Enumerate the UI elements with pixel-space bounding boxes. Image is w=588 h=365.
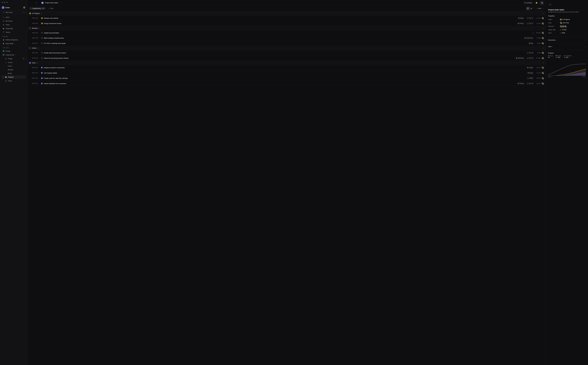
status-icon[interactable] — [41, 83, 43, 84]
project-title[interactable]: Project Solar Sailer — [45, 2, 58, 4]
add-link-button[interactable]: + — [585, 46, 586, 47]
more-icon[interactable]: ⋯ — [29, 22, 31, 24]
links-section[interactable]: Links▸+ — [548, 46, 586, 47]
more-icon[interactable]: ⋯ — [29, 83, 31, 84]
nav-views-team[interactable]: ≣Views — [1, 79, 26, 82]
status-icon[interactable] — [41, 23, 43, 24]
target-date[interactable]: ▢Oct 19 — [526, 57, 534, 59]
assignee-avatar[interactable] — [542, 72, 544, 74]
status-icon[interactable] — [41, 72, 43, 74]
nav-views[interactable]: ≣Views — [1, 23, 26, 26]
more-icon[interactable]: ⋯ — [29, 57, 31, 59]
issue-label[interactable]: Design — [526, 66, 534, 69]
nav-board[interactable]: Board — [1, 72, 26, 75]
assignee-avatar[interactable] — [542, 57, 544, 59]
search-button[interactable]: ⌕ — [22, 10, 26, 14]
priority-icon[interactable]: △ — [532, 32, 534, 34]
issue-row[interactable]: ⋯ENG-028Update documentation△30 Sep — [27, 30, 546, 35]
assignee-avatar[interactable] — [542, 17, 544, 19]
team-design[interactable]: 👤Design — [1, 49, 26, 53]
issue-label[interactable]: Bug — [528, 42, 534, 44]
target-date[interactable]: ▢Oct 12 — [526, 17, 534, 19]
prop-status[interactable]: StatusIn Progress — [548, 18, 586, 21]
status-icon[interactable] — [41, 57, 43, 59]
assignee-avatar[interactable] — [542, 37, 544, 39]
status-icon[interactable] — [41, 52, 43, 54]
add-issue-button[interactable]: + — [543, 47, 544, 49]
issue-label[interactable]: Design — [517, 22, 525, 25]
toggle-panel-button[interactable]: ◨ — [540, 1, 544, 5]
pr-link[interactable]: ⇅#8992 — [526, 77, 534, 79]
nav-roadmaps[interactable]: ▦Roadmaps — [1, 27, 26, 30]
team-filter-pill[interactable]: ⟨⟩ Engineering 89% — [29, 7, 46, 10]
nav-active[interactable]: Active — [1, 64, 26, 68]
nav-inbox[interactable]: ◻Inbox — [1, 15, 26, 19]
nav-triage[interactable]: ⊕Triage2 — [1, 57, 26, 60]
more-icon[interactable]: ⋯ — [29, 17, 31, 19]
user-avatar[interactable] — [23, 7, 25, 9]
assignee-avatar[interactable] — [542, 77, 544, 79]
add-issue-button[interactable]: + — [543, 62, 544, 64]
nav-my-issues[interactable]: ◎My issues — [1, 19, 26, 23]
assignee-avatar[interactable] — [542, 42, 544, 44]
issue-row[interactable]: ⋯ENG-220Gather feedback from customersTe… — [27, 81, 546, 86]
more-icon[interactable]: ⋯ — [29, 37, 31, 39]
status-icon[interactable] — [41, 42, 43, 44]
nav-backlog[interactable]: Backlog — [1, 68, 26, 71]
issue-row[interactable]: ⋯ENG-250Design translucent assetsDesign▢… — [27, 21, 546, 26]
status-icon[interactable] — [41, 32, 43, 34]
group-header[interactable]: Done4+ — [27, 61, 546, 65]
group-header[interactable]: Backlog3+ — [27, 26, 546, 30]
fav-warp[interactable]: ⚡Warp Mode — [1, 42, 26, 45]
add-issue-button[interactable]: + — [543, 27, 544, 29]
forward-button[interactable]: → — [32, 2, 34, 4]
issue-label[interactable]: Magic — [527, 72, 534, 74]
list-view-button[interactable]: ☰ — [526, 7, 530, 10]
more-icon[interactable]: ⋯ — [29, 77, 31, 79]
notifications-button[interactable]: 🔔▾ — [535, 1, 539, 5]
more-icon[interactable]: ⋯ — [29, 42, 31, 44]
assignee-avatar[interactable] — [542, 52, 544, 54]
status-icon[interactable] — [41, 67, 43, 69]
nav-teams[interactable]: ⛉Teams — [1, 31, 26, 34]
add-filter-button[interactable]: +Filter — [47, 7, 55, 10]
more-icon[interactable]: ⋯ — [29, 52, 31, 54]
issue-label[interactable]: Testing — [517, 82, 525, 85]
prop-members[interactable]: Members — [548, 25, 586, 28]
issue-label[interactable]: SuperSync — [524, 37, 534, 39]
updates-button[interactable]: ⊞Updates — [523, 1, 533, 4]
add-issue-button[interactable]: + — [543, 13, 544, 14]
history-button[interactable]: ◷ — [36, 2, 38, 4]
target-date[interactable]: ▢Oct 25 — [526, 82, 534, 85]
more-icon[interactable]: ⋯ — [29, 32, 31, 34]
prop-lead[interactable]: LeadErin Frey — [548, 21, 586, 25]
issue-row[interactable]: ⋯ENG-344Enable data transmission beams▢O… — [27, 50, 546, 56]
new-issue-button[interactable]: ✎ New issue — [1, 10, 21, 14]
assignee-avatar[interactable] — [542, 22, 544, 24]
status-icon[interactable] — [41, 17, 43, 19]
assignee-avatar[interactable] — [542, 67, 544, 69]
group-header[interactable]: In Progress2+ — [27, 11, 546, 15]
nav-issues[interactable]: ◌Issues — [1, 61, 26, 64]
issue-row[interactable]: ⋯ENG-199Batch loading of partial storesS… — [27, 35, 546, 41]
view-options-button[interactable]: ⛌View▾ — [534, 7, 544, 10]
assignee-avatar[interactable] — [542, 82, 544, 84]
nav-projects[interactable]: ▣Projects — [1, 75, 26, 79]
back-button[interactable]: ← — [29, 2, 31, 4]
issue-row[interactable]: ⋯ENG-402Tease the upcoming product relea… — [27, 56, 546, 61]
assignee-avatar[interactable] — [542, 32, 544, 34]
status-icon[interactable] — [41, 77, 43, 79]
prop-target-date[interactable]: Target date▢19 Oct — [548, 28, 586, 31]
issue-row[interactable]: ⋯ENG-247Add magical detailsMagic11 Oct — [27, 70, 546, 76]
fav-github[interactable]: ◉GitHub Integration — [1, 38, 26, 41]
more-icon[interactable]: ⋯ — [29, 67, 31, 69]
issue-row[interactable]: ⋯ENG-201Fix CSS in roadmap team graphBug… — [27, 41, 546, 46]
board-view-button[interactable]: ▦ — [530, 7, 533, 10]
issue-row[interactable]: ⋯ENG-248Release new websiteMagic▢Oct 121… — [27, 15, 546, 21]
issue-row[interactable]: ⋯ENG-241Create router for view link unfu… — [27, 76, 546, 81]
add-document-button[interactable]: + — [585, 39, 586, 41]
target-date[interactable]: ▢Oct 20 — [526, 52, 534, 54]
workspace-logo[interactable] — [2, 6, 4, 9]
issue-row[interactable]: ⋯ENG-249Replace isometric screenshotsDes… — [27, 65, 546, 70]
issue-label[interactable]: Magic — [518, 17, 525, 19]
